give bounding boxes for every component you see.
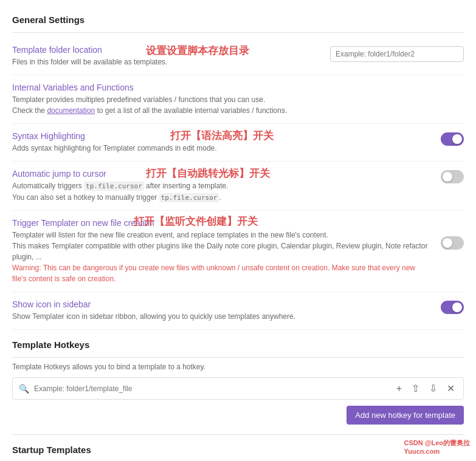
show-icon-row: Show icon in sidebar Show Templater icon… bbox=[12, 292, 464, 330]
template-folder-content: Template folder location Files in this f… bbox=[12, 45, 330, 67]
add-hotkey-icon-btn[interactable]: + bbox=[394, 382, 404, 395]
auto-jump-toggle-thumb bbox=[443, 172, 452, 182]
close-btn[interactable]: ✕ bbox=[444, 381, 457, 395]
auto-jump-desc-1: Automatically triggers bbox=[12, 182, 84, 190]
internal-vars-row: Internal Variables and Functions Templat… bbox=[12, 75, 464, 124]
auto-jump-code-1: tp.file.cursor bbox=[84, 182, 144, 191]
trigger-new-file-row: Trigger Templater on new file creation T… bbox=[12, 211, 464, 292]
divider-hotkeys bbox=[12, 357, 464, 358]
trigger-toggle-thumb bbox=[443, 238, 452, 248]
trigger-new-file-toggle[interactable] bbox=[441, 236, 464, 250]
show-icon-desc: Show Templater icon in sidebar ribbon, a… bbox=[12, 311, 429, 322]
internal-vars-label: Internal Variables and Functions bbox=[12, 83, 452, 92]
internal-vars-desc: Templater provides multiples predefined … bbox=[12, 94, 452, 116]
syntax-highlighting-desc: Adds syntax highlighting for Templater c… bbox=[12, 143, 429, 154]
syntax-toggle-thumb bbox=[452, 134, 462, 144]
show-icon-toggle-area bbox=[441, 299, 464, 314]
auto-jump-content: Automatic jump to cursor Automatically t… bbox=[12, 169, 441, 203]
add-hotkey-btn-area: Add new hotkey for template bbox=[12, 406, 464, 425]
internal-vars-link[interactable]: documentation bbox=[47, 106, 95, 115]
trigger-new-file-toggle-area bbox=[441, 218, 464, 250]
internal-vars-desc-3: to get a list of all the available inter… bbox=[95, 106, 287, 115]
show-icon-toggle-thumb bbox=[452, 302, 462, 312]
auto-jump-desc: Automatically triggers tp.file.cursor af… bbox=[12, 180, 429, 203]
internal-vars-desc-2: Check the bbox=[12, 106, 47, 115]
startup-section: Startup Templates bbox=[12, 434, 464, 455]
auto-jump-toggle-area bbox=[441, 169, 464, 183]
trigger-new-file-content: Trigger Templater on new file creation T… bbox=[12, 218, 441, 284]
startup-title: Startup Templates bbox=[12, 445, 464, 455]
show-icon-content: Show icon in sidebar Show Templater icon… bbox=[12, 299, 441, 322]
auto-jump-desc-2: after inserting a template. bbox=[144, 182, 229, 190]
syntax-highlighting-toggle-area bbox=[441, 131, 464, 146]
hotkeys-search-bar: 🔍 + ⇧ ⇩ ✕ bbox=[12, 377, 464, 400]
yuucn-watermark: Yuucn.com bbox=[404, 448, 470, 455]
divider-1 bbox=[12, 32, 464, 33]
move-up-btn[interactable]: ⇧ bbox=[409, 381, 422, 395]
trigger-desc-1: Templater will listen for the new file c… bbox=[12, 231, 328, 239]
internal-vars-desc-1: Templater provides multiples predefined … bbox=[12, 95, 265, 104]
search-bar-actions: + ⇧ ⇩ ✕ bbox=[394, 381, 457, 395]
auto-jump-code-2: tp.file.cursor bbox=[159, 193, 219, 202]
show-icon-toggle[interactable] bbox=[441, 301, 464, 314]
show-icon-label: Show icon in sidebar bbox=[12, 299, 429, 309]
syntax-highlighting-content: Syntax Highlighting Adds syntax highligh… bbox=[12, 131, 441, 154]
trigger-new-file-label: Trigger Templater on new file creation bbox=[12, 218, 429, 228]
search-icon: 🔍 bbox=[19, 384, 29, 394]
settings-container: General Settings Template folder locatio… bbox=[0, 0, 476, 461]
auto-jump-toggle[interactable] bbox=[441, 170, 464, 183]
syntax-highlighting-label: Syntax Highlighting bbox=[12, 131, 429, 141]
template-folder-label: Template folder location bbox=[12, 45, 318, 55]
hotkeys-search-input[interactable] bbox=[34, 384, 394, 393]
template-folder-desc: Files in this folder will be available a… bbox=[12, 56, 318, 67]
trigger-desc-3: Warning: This can be dangerous if you cr… bbox=[12, 264, 415, 283]
csdn-watermark: CSDN @Leo的蕾奥拉 bbox=[404, 439, 470, 448]
template-folder-input-area bbox=[330, 45, 464, 62]
syntax-highlighting-toggle[interactable] bbox=[441, 132, 464, 146]
hotkeys-section: Template Hotkeys Template Hotkeys allows… bbox=[12, 340, 464, 425]
hotkeys-title: Template Hotkeys bbox=[12, 340, 464, 350]
syntax-highlighting-row: Syntax Highlighting Adds syntax highligh… bbox=[12, 124, 464, 162]
template-folder-row: Template folder location Files in this f… bbox=[12, 38, 464, 75]
internal-vars-content: Internal Variables and Functions Templat… bbox=[12, 83, 464, 116]
auto-jump-desc-3: You can also set a hotkey to manually tr… bbox=[12, 193, 159, 202]
template-folder-input[interactable] bbox=[330, 46, 464, 62]
auto-jump-row: Automatic jump to cursor Automatically t… bbox=[12, 162, 464, 211]
hotkeys-desc: Template Hotkeys allows you to bind a te… bbox=[12, 363, 464, 371]
watermark: CSDN @Leo的蕾奥拉 Yuucn.com bbox=[404, 439, 470, 455]
add-hotkey-button[interactable]: Add new hotkey for template bbox=[347, 406, 464, 425]
trigger-desc-2: This makes Templater compatible with oth… bbox=[12, 242, 427, 261]
general-settings-title: General Settings bbox=[12, 15, 464, 25]
trigger-new-file-desc: Templater will listen for the new file c… bbox=[12, 230, 429, 284]
auto-jump-desc-4: . bbox=[219, 193, 221, 202]
auto-jump-label: Automatic jump to cursor bbox=[12, 169, 429, 179]
move-down-btn[interactable]: ⇩ bbox=[427, 381, 440, 395]
